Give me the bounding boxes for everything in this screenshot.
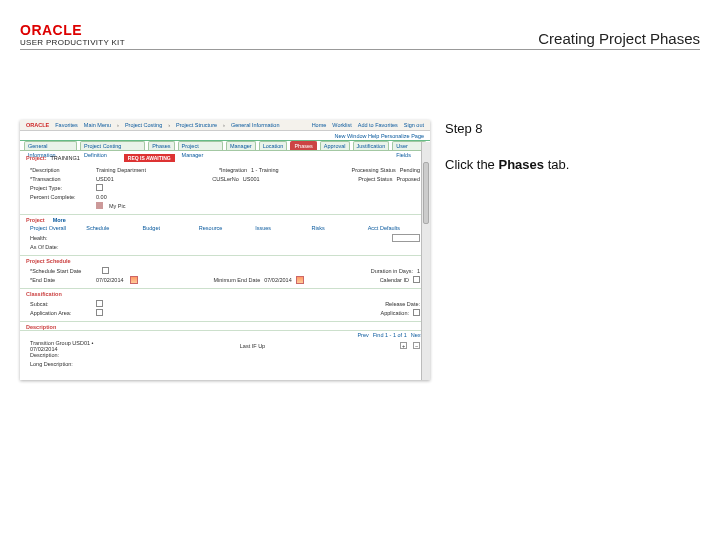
app-lookup-icon[interactable] — [413, 309, 420, 316]
step-label: Step 8 — [445, 120, 569, 138]
del-row-button[interactable]: − — [413, 342, 420, 349]
tab-justification[interactable]: Justification — [353, 141, 390, 150]
topbar-main-menu[interactable]: Main Menu — [84, 122, 111, 128]
tab-approval[interactable]: Approval — [320, 141, 350, 150]
calendar-icon-2[interactable] — [296, 276, 304, 284]
more-link[interactable]: More — [53, 217, 66, 223]
form-basic: *Description Training Department *Integr… — [20, 163, 430, 212]
cal-lookup-icon[interactable] — [413, 276, 420, 283]
app-tabs: General Information Project Costing Defi… — [20, 141, 430, 151]
app-oracle-logo: ORACLE — [26, 122, 49, 128]
desc-label: *Description — [30, 167, 90, 173]
add-row-button[interactable]: + — [400, 342, 407, 349]
oracle-logo: ORACLE — [20, 22, 125, 38]
calendar-icon[interactable] — [130, 276, 138, 284]
brand-subtitle: USER PRODUCTIVITY KIT — [20, 38, 125, 47]
instruction-pane: Step 8 Click the Phases tab. — [445, 120, 569, 174]
tab-manager[interactable]: Manager — [226, 141, 256, 150]
tab-phases-target[interactable]: Phases — [290, 141, 316, 150]
scrollbar[interactable] — [421, 142, 430, 380]
breadcrumb-project-costing[interactable]: Project Costing — [125, 122, 162, 128]
topbar-signout[interactable]: Sign out — [404, 122, 424, 128]
userbar-links[interactable]: New Window Help Personalize Page — [334, 133, 424, 139]
section-classification: Classification — [20, 288, 430, 297]
page-title: Creating Project Phases — [538, 30, 700, 47]
app-userbar: New Window Help Personalize Page — [20, 131, 430, 141]
pc-label: Percent Complete: — [30, 194, 90, 200]
tab-project-manager[interactable]: Project Manager — [178, 141, 223, 150]
section-description: Description — [20, 321, 430, 330]
topbar-worklist[interactable]: Worklist — [332, 122, 351, 128]
acct-default-input[interactable] — [392, 234, 420, 242]
breadcrumb-general-info[interactable]: General Information — [231, 122, 280, 128]
apparea-lookup-icon[interactable] — [96, 309, 103, 316]
topbar-home[interactable]: Home — [312, 122, 327, 128]
tab-general-information[interactable]: General Information — [24, 141, 77, 150]
subcat-lookup-icon[interactable] — [96, 300, 103, 307]
ptype-label: Project Type: — [30, 185, 90, 191]
pager-prev[interactable]: Prev — [357, 332, 368, 338]
app-topbar: ORACLE Favorites Main Menu › Project Cos… — [20, 120, 430, 131]
section-schedule: Project Schedule — [20, 255, 430, 264]
phases-keyword: Phases — [498, 157, 544, 172]
start-lookup-icon[interactable] — [102, 267, 109, 274]
pager: Prev Find 1 - 1 of 1 Next — [20, 330, 430, 339]
tab-phases-1[interactable]: Phases — [148, 141, 174, 150]
tab-location[interactable]: Location — [259, 141, 288, 150]
ptype-lookup-icon[interactable] — [96, 184, 103, 191]
pager-range: Find 1 - 1 of 1 — [373, 332, 407, 338]
topbar-add-favorites[interactable]: Add to Favorites — [358, 122, 398, 128]
photo-icon[interactable] — [96, 202, 103, 209]
brand: ORACLE USER PRODUCTIVITY KIT — [20, 22, 125, 47]
page-header: ORACLE USER PRODUCTIVITY KIT Creating Pr… — [20, 10, 700, 50]
trans-label: *Transaction — [30, 176, 90, 182]
project-heading: Project: TRAINING1 REQ IS AWAITING — [20, 151, 430, 163]
embedded-app: ORACLE Favorites Main Menu › Project Cos… — [20, 120, 430, 380]
desc-value: Training Department — [96, 167, 146, 173]
instruction-text: Click the Phases tab. — [445, 156, 569, 174]
tab-project-costing-def[interactable]: Project Costing Definition — [80, 141, 145, 150]
breadcrumb-project-structure[interactable]: Project Structure — [176, 122, 217, 128]
section-project: Project More — [20, 214, 430, 223]
topbar-favorites[interactable]: Favorites — [55, 122, 78, 128]
health-header-row: Project Overall Schedule Budget Resource… — [20, 223, 430, 231]
status-banner: REQ IS AWAITING — [124, 154, 175, 162]
